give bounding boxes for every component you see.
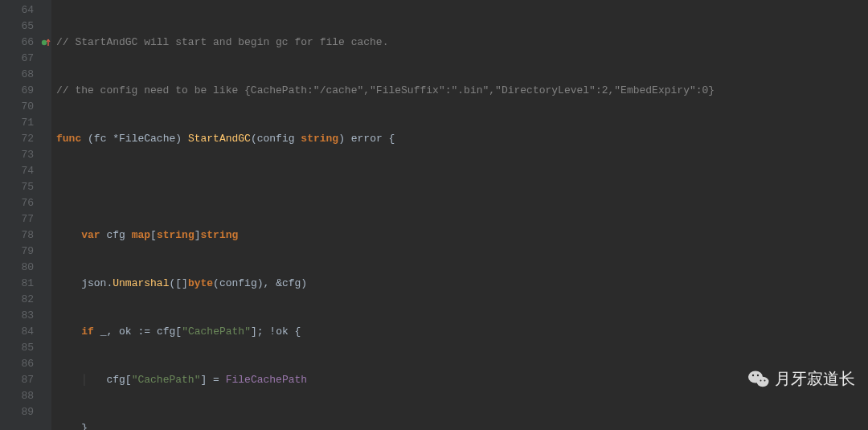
line-number[interactable]: 82 (0, 292, 34, 308)
function-name: StartAndGC (188, 133, 251, 145)
svg-point-6 (764, 379, 766, 381)
code-editor: 64 65 66 67 68 69 70 71 72 73 74 75 76 7… (0, 0, 868, 430)
line-number[interactable]: 74 (0, 163, 34, 179)
gutter-marks (40, 0, 51, 430)
watermark-text: 月牙寂道长 (775, 368, 855, 390)
comment: // the config need to be like {CachePath… (56, 84, 714, 96)
line-number[interactable]: 80 (0, 260, 34, 276)
watermark: 月牙寂道长 (747, 368, 855, 390)
line-number[interactable]: 68 (0, 67, 34, 83)
line-number[interactable]: 71 (0, 115, 34, 131)
wechat-icon (747, 370, 770, 389)
line-number[interactable]: 69 (0, 83, 34, 99)
svg-point-3 (752, 374, 754, 375)
line-number[interactable]: 89 (0, 404, 34, 420)
line-number[interactable]: 76 (0, 195, 34, 211)
line-number[interactable]: 84 (0, 324, 34, 340)
comment: // StartAndGC will start and begin gc fo… (56, 36, 388, 48)
svg-point-5 (760, 379, 762, 381)
line-number[interactable]: 66 (0, 35, 34, 51)
code-area[interactable]: // StartAndGC will start and begin gc fo… (51, 0, 868, 430)
line-number[interactable]: 73 (0, 147, 34, 163)
line-number-gutter[interactable]: 64 65 66 67 68 69 70 71 72 73 74 75 76 7… (0, 0, 40, 430)
line-number[interactable]: 64 (0, 2, 34, 18)
line-number[interactable]: 87 (0, 372, 34, 388)
line-number[interactable]: 83 (0, 308, 34, 324)
line-number[interactable]: 79 (0, 244, 34, 260)
vcs-modified-icon[interactable] (40, 35, 51, 51)
svg-point-2 (757, 376, 769, 386)
line-number[interactable]: 70 (0, 99, 34, 115)
line-number[interactable]: 67 (0, 51, 34, 67)
line-number[interactable]: 78 (0, 227, 34, 244)
line-number[interactable]: 65 (0, 18, 34, 35)
line-number[interactable]: 75 (0, 179, 34, 195)
line-number[interactable]: 72 (0, 131, 34, 147)
svg-point-0 (42, 40, 47, 45)
line-number[interactable]: 88 (0, 388, 34, 404)
line-number[interactable]: 81 (0, 276, 34, 292)
line-number[interactable]: 77 (0, 211, 34, 227)
line-number[interactable]: 85 (0, 340, 34, 356)
svg-point-4 (757, 374, 759, 375)
line-number[interactable]: 86 (0, 356, 34, 372)
